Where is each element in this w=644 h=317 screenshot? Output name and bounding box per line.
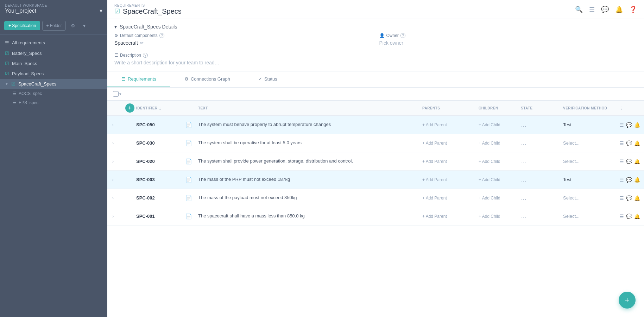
- details-body: ⚙ Default components ? Spacecraft ✏ 👤 Ow…: [107, 33, 644, 53]
- add-child-button[interactable]: + Add Child: [479, 214, 521, 219]
- row-actions: ☰ 💬 🔔 ⋮: [619, 122, 640, 128]
- description-input[interactable]: Write a short description for your team …: [114, 60, 637, 65]
- description-icon: ☰: [114, 53, 118, 58]
- tab-status[interactable]: ✓ Status: [244, 71, 291, 87]
- sidebar-item-eps-spec[interactable]: ☰ EPS_spec: [0, 98, 107, 107]
- more-options-icon[interactable]: ⋮: [619, 106, 623, 110]
- chat-icon[interactable]: 💬: [626, 195, 632, 201]
- add-parent-button[interactable]: + Add Parent: [422, 177, 479, 182]
- table-row: › SPC-001 📄 The spacecraft shall have a …: [107, 207, 644, 226]
- table-row: › SPC-020 📄 The system shall provide pow…: [107, 152, 644, 171]
- workspace-name[interactable]: Your_project ▾: [5, 7, 102, 14]
- add-folder-button[interactable]: + Folder: [42, 21, 65, 31]
- select-all-checkbox[interactable]: ▾: [113, 91, 121, 97]
- row-actions: ☰ 💬 🔔 ⋮: [619, 177, 640, 183]
- row-state[interactable]: …: [521, 158, 563, 165]
- verification-method[interactable]: Select...: [563, 140, 619, 146]
- more-options-button[interactable]: ⋮: [642, 195, 644, 201]
- expand-row-button[interactable]: ›: [111, 158, 124, 165]
- sort-icon[interactable]: ↓: [159, 106, 162, 111]
- row-state[interactable]: …: [521, 177, 563, 183]
- verification-method[interactable]: Test: [563, 122, 619, 127]
- comment-icon[interactable]: ☰: [619, 214, 624, 219]
- sidebar-item-main-specs[interactable]: ☑ Main_Specs: [0, 58, 107, 69]
- add-child-button[interactable]: + Add Child: [479, 159, 521, 164]
- verification-method[interactable]: Select...: [563, 159, 619, 164]
- chat-icon[interactable]: 💬: [626, 140, 632, 146]
- bell-icon[interactable]: 🔔: [634, 140, 640, 146]
- status-icon: ✓: [258, 76, 262, 82]
- more-options-button[interactable]: ⋮: [642, 140, 644, 146]
- bell-icon[interactable]: 🔔: [634, 177, 640, 183]
- add-icon[interactable]: +: [125, 103, 134, 113]
- more-options-button[interactable]: ⋮: [642, 159, 644, 164]
- chat-icon[interactable]: 💬: [626, 122, 632, 128]
- add-parent-button[interactable]: + Add Parent: [422, 214, 479, 219]
- add-parent-button[interactable]: + Add Parent: [422, 141, 479, 146]
- expand-row-button[interactable]: ›: [111, 139, 124, 147]
- comment-icon[interactable]: ☰: [619, 195, 624, 201]
- owner-value[interactable]: Pick owner: [379, 40, 637, 46]
- verification-method[interactable]: Select...: [563, 214, 619, 219]
- sidebar-item-aocs-spec[interactable]: ☰ AOCS_spec: [0, 89, 107, 98]
- expand-row-button[interactable]: ›: [111, 176, 124, 184]
- row-state[interactable]: …: [521, 140, 563, 146]
- edit-icon[interactable]: ✏: [140, 40, 144, 45]
- bell-icon[interactable]: 🔔: [634, 214, 640, 219]
- expand-row-button[interactable]: ›: [111, 194, 124, 202]
- tab-requirements[interactable]: ☰ Requirements: [107, 71, 170, 87]
- sidebar-item-battery-specs[interactable]: ☑ Battery_Specs: [0, 48, 107, 58]
- sidebar-item-all-requirements[interactable]: ☰ All requirements: [0, 37, 107, 48]
- state-header: STATE: [521, 106, 563, 110]
- bell-icon[interactable]: 🔔: [634, 159, 640, 164]
- row-state[interactable]: …: [521, 195, 563, 201]
- sidebar-item-payload-specs[interactable]: ☑ Payload_Specs: [0, 69, 107, 79]
- add-child-button[interactable]: + Add Child: [479, 196, 521, 201]
- chevron-down-icon[interactable]: ▾: [119, 92, 121, 96]
- table-row: › SPC-050 📄 The system must behave prope…: [107, 116, 644, 134]
- add-specification-button[interactable]: + Specification: [4, 21, 40, 30]
- add-row-button[interactable]: +: [124, 103, 136, 113]
- help-icon[interactable]: ?: [143, 53, 148, 58]
- chat-icon[interactable]: 💬: [626, 159, 632, 164]
- filter-button[interactable]: ⚙: [68, 21, 78, 31]
- verification-method[interactable]: Test: [563, 177, 619, 182]
- comment-icon[interactable]: ☰: [619, 140, 624, 146]
- add-child-button[interactable]: + Add Child: [479, 122, 521, 127]
- expand-row-button[interactable]: ›: [111, 121, 124, 129]
- help-icon[interactable]: ?: [159, 33, 164, 38]
- collapse-button[interactable]: ▾: [80, 21, 88, 31]
- add-parent-button[interactable]: + Add Parent: [422, 196, 479, 201]
- chat-icon[interactable]: 💬: [626, 177, 632, 183]
- sidebar-item-spacecraft-specs[interactable]: ▼ ☑ SpaceCraft_Specs: [0, 79, 107, 89]
- search-icon[interactable]: 🔍: [575, 6, 583, 13]
- notifications-icon[interactable]: 🔔: [615, 6, 623, 13]
- row-text: The system shall provide power generatio…: [198, 158, 422, 164]
- more-options-button[interactable]: ⋮: [642, 214, 644, 219]
- comment-icon[interactable]: ☰: [619, 159, 624, 164]
- spec-icon: ☑: [5, 51, 9, 56]
- comment-icon[interactable]: ☰: [619, 177, 624, 183]
- details-header[interactable]: ▾ SpaceCraft_Specs Details: [107, 19, 644, 33]
- comment-icon[interactable]: ☰: [619, 122, 624, 128]
- row-state[interactable]: …: [521, 213, 563, 220]
- bell-icon[interactable]: 🔔: [634, 195, 640, 201]
- expand-row-button[interactable]: ›: [111, 213, 124, 220]
- tasks-icon[interactable]: ☰: [589, 6, 595, 13]
- chat-icon[interactable]: 💬: [601, 6, 609, 13]
- row-state[interactable]: …: [521, 122, 563, 128]
- fab-button[interactable]: +: [619, 292, 636, 309]
- tab-connections-graph[interactable]: ⚙ Connections Graph: [170, 71, 244, 87]
- help-icon[interactable]: ?: [400, 33, 405, 38]
- add-child-button[interactable]: + Add Child: [479, 177, 521, 182]
- bell-icon[interactable]: 🔔: [634, 122, 640, 128]
- add-parent-button[interactable]: + Add Parent: [422, 159, 479, 164]
- verification-method[interactable]: Select...: [563, 195, 619, 201]
- help-icon[interactable]: ❓: [629, 6, 637, 13]
- more-options-button[interactable]: ⋮: [642, 122, 644, 128]
- chat-icon[interactable]: 💬: [626, 214, 632, 219]
- add-child-button[interactable]: + Add Child: [479, 141, 521, 146]
- more-options-button[interactable]: ⋮: [642, 177, 644, 183]
- add-parent-button[interactable]: + Add Parent: [422, 122, 479, 127]
- checkbox[interactable]: [113, 91, 119, 97]
